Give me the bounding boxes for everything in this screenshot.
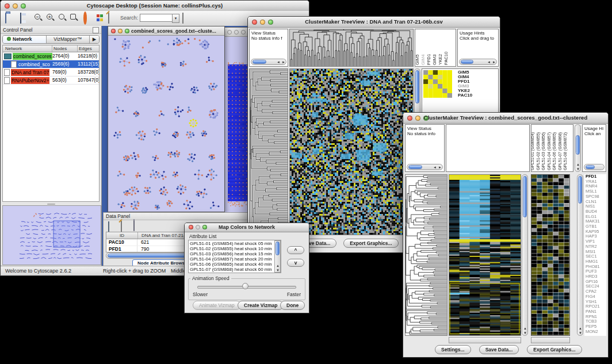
table-row[interactable]: combined_sco2569(6)13112(15) <box>3 60 99 68</box>
tv2-zoom-hscrollbar[interactable] <box>531 337 570 343</box>
scrollbar-thumb[interactable] <box>576 135 580 155</box>
open-file-icon[interactable] <box>5 13 16 24</box>
help-ring-icon[interactable] <box>82 13 93 24</box>
list-item[interactable]: GPL51-01 (GSM854) heat shock 05 min <box>189 241 274 246</box>
scroll-right-arrow[interactable]: ► <box>492 60 496 64</box>
settings-button[interactable]: Settings... <box>435 345 471 354</box>
done-button[interactable]: Done <box>280 301 305 310</box>
close-button[interactable] <box>227 30 232 35</box>
table-row[interactable]: DNA and Tran 07769(0)183728(0) <box>3 68 99 76</box>
export-graphics-button[interactable]: Export Graphics... <box>527 345 582 354</box>
scroll-left-arrow[interactable]: ◄ <box>276 60 281 64</box>
tv2-heatmap-vscrollbar[interactable]: ▲ ▼ <box>522 174 528 336</box>
slider-thumb[interactable] <box>242 283 248 289</box>
list-item[interactable]: GPL51-06 (GSM865) heat shock 40 min <box>189 262 274 267</box>
list-item[interactable]: GPL51-04 (GSM857) heat shock 20 min <box>189 256 274 262</box>
minimize-button[interactable] <box>234 30 239 35</box>
scroll-up-arrow[interactable]: ▲ <box>276 264 280 267</box>
column-label[interactable]: PAC10 <box>443 52 449 65</box>
tv1-row-dendrogram-panel[interactable] <box>249 68 288 235</box>
tv2-zoom-heatmap-panel[interactable] <box>531 174 570 336</box>
attribute-list-vscrollbar[interactable]: ▲ ▼ <box>274 240 281 273</box>
tv2-usage-hscrollbar[interactable] <box>584 164 605 170</box>
scrollbar-thumb[interactable] <box>415 70 419 104</box>
tv1-status-hscrollbar[interactable]: ◄ ► <box>251 59 286 65</box>
new-attribute-icon[interactable] <box>120 221 123 232</box>
scrollbar-thumb[interactable] <box>408 165 422 169</box>
tab-vizmapper[interactable]: VizMapper™ <box>47 36 90 43</box>
scrollbar-thumb[interactable] <box>276 242 280 255</box>
column-label[interactable]: GPL51-06 (GSM865) <box>552 132 556 170</box>
scroll-left-arrow[interactable]: ◄ <box>433 166 437 169</box>
main-titlebar[interactable]: Cytoscape Desktop (Session Name: collins… <box>1 1 309 12</box>
tv1-column-dendrogram-panel[interactable] <box>289 29 414 67</box>
move-up-button[interactable]: ^ <box>287 246 304 254</box>
close-button[interactable] <box>111 29 116 33</box>
column-label[interactable]: YKE2 <box>438 54 443 65</box>
zoom-button[interactable] <box>241 30 246 35</box>
column-label[interactable]: GPL51-07 (GSM868) <box>558 132 562 170</box>
dialog-titlebar[interactable]: Map Colors to Network <box>185 223 309 232</box>
column-label[interactable]: PFD1 <box>426 54 431 65</box>
tv2-genelabel-vscrollbar[interactable]: ▲ ▼ <box>577 174 583 336</box>
table-grid-icon[interactable] <box>107 222 110 232</box>
list-item[interactable]: GPL51-03 (GSM856) heat shock 15 min <box>189 251 274 256</box>
scroll-up-arrow[interactable]: ▲ <box>523 327 527 330</box>
scroll-down-arrow[interactable]: ▼ <box>576 167 580 171</box>
annotation-icon[interactable] <box>107 13 117 24</box>
zoom-in-icon[interactable]: + <box>45 13 56 24</box>
column-label[interactable]: GPL51-03 (GSM856) <box>541 132 545 170</box>
scroll-right-arrow[interactable]: ► <box>281 60 286 64</box>
tv2-status-hscrollbar[interactable]: ◄ ► <box>407 164 443 170</box>
save-data-button[interactable]: Save Data... <box>479 345 519 354</box>
tab-overflow-arrow[interactable]: ▶ <box>90 36 99 43</box>
tv2-row-dendrogram-panel[interactable] <box>405 174 447 336</box>
search-input[interactable] <box>140 14 173 22</box>
column-label[interactable]: GPL51-04 (GSM857) <box>547 132 551 170</box>
zoom-selected-icon[interactable] <box>58 13 68 24</box>
tv2-collabel-vscrollbar[interactable]: ▲ ▼ <box>575 124 581 172</box>
column-label[interactable]: GIM5 <box>415 55 420 65</box>
scroll-down-arrow[interactable]: ▼ <box>523 331 527 335</box>
animate-vizmap-button[interactable]: Animate Vizmap <box>193 301 241 310</box>
list-item[interactable]: GPL51-07 (GSM868) heat shock 60 min <box>189 267 274 272</box>
tv1-usage-hscrollbar[interactable]: ◄ ► <box>459 59 497 65</box>
column-label[interactable]: GPL51-08 (GSM872) <box>563 132 567 170</box>
treeview2-titlebar[interactable]: ClusterMaker TreeView : combined_scores_… <box>403 113 608 124</box>
scroll-up-arrow[interactable]: ▲ <box>578 327 583 330</box>
create-vizmap-button[interactable]: Create Vizmap <box>238 301 284 310</box>
column-label[interactable]: GPL51-02 (GSM855) <box>536 132 540 170</box>
scroll-down-arrow[interactable]: ▼ <box>276 269 280 272</box>
column-label[interactable]: GIM3 <box>432 55 437 65</box>
scroll-up-arrow[interactable]: ▲ <box>576 163 580 166</box>
table-row[interactable]: combined_scores2764(0)16218(0) <box>3 52 99 60</box>
zoom-out-icon[interactable]: − <box>33 13 44 24</box>
delete-attribute-icon[interactable] <box>132 221 136 231</box>
tv2-column-dendrogram-panel[interactable] <box>446 124 530 172</box>
scrollbar-thumb[interactable] <box>253 60 266 64</box>
tv1-heatmap-panel[interactable] <box>289 68 414 235</box>
minimize-button[interactable] <box>118 29 123 33</box>
vizmapper-icon[interactable] <box>95 13 106 24</box>
table-row[interactable]: RNAPuberNov2+563(0)107847(0) <box>3 76 99 85</box>
network-frame-titlebar[interactable]: combined_scores_good.txt--cluste... <box>108 26 224 36</box>
tv2-heatmap-hscrollbar[interactable] <box>449 337 521 343</box>
row-label[interactable]: PAC10 <box>458 93 472 98</box>
birdseye-view[interactable] <box>2 205 101 265</box>
save-session-icon[interactable] <box>19 13 29 24</box>
list-item[interactable]: GPL51-02 (GSM855) heat shock 10 min <box>189 246 274 251</box>
scroll-left-arrow[interactable]: ◄ <box>487 60 491 64</box>
export-graphics-button[interactable]: Export Graphics... <box>343 239 398 248</box>
search-dropdown-arrow[interactable]: ▼ <box>172 14 179 23</box>
tab-network[interactable]: Network <box>3 36 47 43</box>
float-panel-icon[interactable] <box>93 27 99 33</box>
zoom-button[interactable] <box>125 29 129 33</box>
scroll-down-arrow[interactable]: ▼ <box>578 331 583 335</box>
gene-label[interactable]: MON2 <box>586 329 606 335</box>
column-label[interactable]: GIM4 <box>420 55 426 65</box>
scrollbar-thumb[interactable] <box>578 176 582 204</box>
scrollbar-thumb[interactable] <box>461 60 473 64</box>
zoom-fit-icon[interactable] <box>69 13 79 24</box>
move-down-button[interactable]: v <box>287 259 304 267</box>
network-table-header[interactable]: Network Nodes Edges <box>3 45 99 52</box>
